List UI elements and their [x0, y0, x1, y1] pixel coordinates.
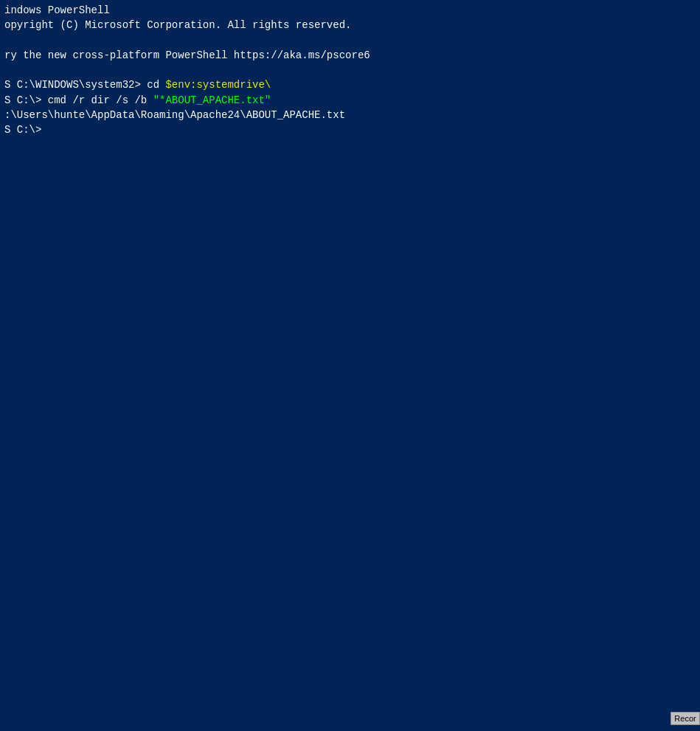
terminal-line: S C:\> — [4, 122, 696, 137]
terminal-line: S C:\WINDOWS\system32> cd $env:systemdri… — [4, 77, 696, 92]
terminal-content: indows PowerShellopyright (C) Microsoft … — [4, 3, 696, 138]
record-button[interactable]: Recor — [670, 712, 700, 725]
terminal-window[interactable]: indows PowerShellopyright (C) Microsoft … — [0, 0, 700, 731]
terminal-line — [4, 63, 696, 77]
terminal-line: ry the new cross-platform PowerShell htt… — [4, 48, 696, 63]
terminal-line: :\Users\hunte\AppData\Roaming\Apache24\A… — [4, 108, 696, 122]
terminal-line: S C:\> cmd /r dir /s /b "*ABOUT_APACHE.t… — [4, 93, 696, 108]
terminal-line: opyright (C) Microsoft Corporation. All … — [4, 18, 696, 32]
terminal-line — [4, 33, 696, 48]
terminal-line: indows PowerShell — [4, 3, 696, 18]
